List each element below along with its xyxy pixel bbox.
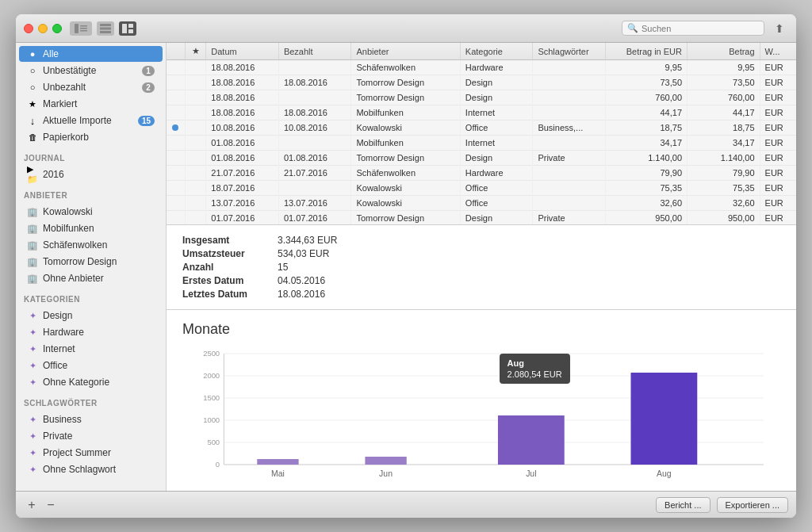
bottom-bar-right: Bericht ... Exportieren ... bbox=[656, 497, 788, 513]
chart-title: Monate bbox=[182, 321, 780, 338]
sidebar-item-ohne-schlagwort[interactable]: ✦ Ohne Schlagwort bbox=[19, 461, 163, 477]
row-kategorie: Design bbox=[460, 211, 533, 226]
row-betrag: 73,50 bbox=[688, 75, 760, 90]
row-anbieter: Mobilfunken bbox=[351, 136, 460, 151]
sidebar-item-ohne-kategorie[interactable]: ✦ Ohne Kategorie bbox=[19, 374, 163, 390]
sidebar-item-schaefenwolken[interactable]: 🏢 Schäfenwolken bbox=[19, 237, 163, 253]
list-view-icon[interactable] bbox=[97, 21, 114, 36]
sidebar-item-project-summer[interactable]: ✦ Project Summer bbox=[19, 445, 163, 461]
bar-jun[interactable] bbox=[365, 457, 406, 465]
col-header-kategorie[interactable]: Kategorie bbox=[460, 43, 533, 60]
row-dot bbox=[167, 196, 185, 211]
sidebar-item-unbezahlt[interactable]: ○ Unbezahlt 2 bbox=[19, 79, 163, 95]
svg-rect-8 bbox=[128, 24, 133, 28]
sidebar-item-business[interactable]: ✦ Business bbox=[19, 411, 163, 427]
sidebar-item-mobilfunken[interactable]: 🏢 Mobilfunken bbox=[19, 220, 163, 236]
sidebar-item-2016[interactable]: ▶ 📁 2016 bbox=[19, 166, 163, 182]
traffic-lights bbox=[24, 24, 62, 33]
bottom-bar: + − Bericht ... Exportieren ... bbox=[16, 491, 796, 518]
row-waehrung: EUR bbox=[760, 136, 796, 151]
row-betrag: 75,35 bbox=[688, 181, 760, 196]
add-button[interactable]: + bbox=[24, 497, 40, 513]
detail-view-icon[interactable] bbox=[119, 21, 136, 36]
col-header-betrag-eur[interactable]: Betrag in EUR bbox=[605, 43, 687, 60]
unbezahlt-badge: 2 bbox=[142, 82, 155, 93]
row-waehrung: EUR bbox=[760, 151, 796, 166]
sidebar-item-ohne-anbieter[interactable]: 🏢 Ohne Anbieter bbox=[19, 270, 163, 286]
stats-value-insgesamt: 3.344,63 EUR bbox=[278, 235, 436, 246]
table-row[interactable]: 21.07.2016 21.07.2016 Schäfenwolken Hard… bbox=[167, 166, 796, 181]
report-button[interactable]: Bericht ... bbox=[656, 497, 710, 513]
table-row[interactable]: 18.07.2016 Kowalowski Office 75,35 75,35… bbox=[167, 181, 796, 196]
row-star bbox=[185, 105, 205, 121]
row-betrag-eur: 18,75 bbox=[605, 121, 687, 136]
maximize-button[interactable] bbox=[52, 24, 62, 33]
row-betrag: 1.140,00 bbox=[688, 151, 760, 166]
papierkorb-icon: 🗑 bbox=[27, 132, 38, 143]
row-waehrung: EUR bbox=[760, 90, 796, 105]
sidebar-item-kowalowski[interactable]: 🏢 Kowalowski bbox=[19, 204, 163, 220]
bar-mai[interactable] bbox=[257, 459, 298, 465]
table-row[interactable]: 10.08.2016 10.08.2016 Kowalowski Office … bbox=[167, 121, 796, 136]
sidebar-item-alle[interactable]: ● Alle bbox=[19, 46, 163, 62]
sidebar-item-office[interactable]: ✦ Office bbox=[19, 358, 163, 373]
col-header-anbieter[interactable]: Anbieter bbox=[351, 43, 460, 60]
export-button[interactable]: Exportieren ... bbox=[717, 497, 788, 513]
row-kategorie: Hardware bbox=[460, 166, 533, 181]
table-row[interactable]: 18.08.2016 Tomorrow Design Design 760,00… bbox=[167, 90, 796, 105]
sidebar-item-design[interactable]: ✦ Design bbox=[19, 308, 163, 323]
search-bar[interactable]: 🔍 bbox=[622, 21, 764, 36]
sidebar-item-tomorrow-design[interactable]: 🏢 Tomorrow Design bbox=[19, 254, 163, 270]
remove-button[interactable]: − bbox=[43, 497, 59, 513]
sidebar-item-private[interactable]: ✦ Private bbox=[19, 428, 163, 444]
table-row[interactable]: 18.08.2016 Schäfenwolken Hardware 9,95 9… bbox=[167, 60, 796, 75]
table-row[interactable]: 18.08.2016 18.08.2016 Tomorrow Design De… bbox=[167, 75, 796, 90]
table-row[interactable]: 01.07.2016 01.07.2016 Tomorrow Design De… bbox=[167, 211, 796, 226]
svg-rect-0 bbox=[75, 24, 79, 33]
row-datum: 21.07.2016 bbox=[206, 166, 279, 181]
row-star bbox=[185, 166, 205, 181]
bar-aug[interactable] bbox=[631, 373, 698, 465]
chart-container: 2500 2000 1500 1000 500 0 bbox=[182, 346, 780, 488]
col-header-bezahlt[interactable]: Bezahlt bbox=[278, 43, 351, 60]
table-row[interactable]: 01.08.2016 01.08.2016 Tomorrow Design De… bbox=[167, 151, 796, 166]
alle-icon: ● bbox=[27, 48, 38, 59]
schlagworter-section-label: SCHLAGWÖRTER bbox=[16, 391, 166, 411]
row-datum: 01.08.2016 bbox=[206, 136, 279, 151]
sidebar-item-aktuelle-importe[interactable]: ↓ Aktuelle Importe 15 bbox=[19, 113, 163, 128]
col-header-star[interactable]: ★ bbox=[185, 43, 205, 60]
col-header-dot[interactable] bbox=[167, 43, 185, 60]
sidebar-label-private: Private bbox=[43, 431, 155, 442]
table-row[interactable]: 01.08.2016 Mobilfunken Internet 34,17 34… bbox=[167, 136, 796, 151]
row-waehrung: EUR bbox=[760, 121, 796, 136]
row-betrag-eur: 950,00 bbox=[605, 211, 687, 226]
minimize-button[interactable] bbox=[38, 24, 48, 33]
sidebar-label-markiert: Markiert bbox=[43, 98, 155, 109]
table-row[interactable]: 13.07.2016 13.07.2016 Kowalowski Office … bbox=[167, 196, 796, 211]
close-button[interactable] bbox=[24, 24, 33, 33]
sidebar-item-papierkorb[interactable]: 🗑 Papierkorb bbox=[19, 129, 163, 145]
row-kategorie: Internet bbox=[460, 136, 533, 151]
sidebar-item-hardware[interactable]: ✦ Hardware bbox=[19, 324, 163, 340]
sidebar-item-markiert[interactable]: ★ Markiert bbox=[19, 96, 163, 112]
sidebar-item-unbestaetigte[interactable]: ○ Unbestätigte 1 bbox=[19, 63, 163, 78]
search-input[interactable] bbox=[642, 24, 753, 33]
col-header-schlagworter[interactable]: Schlagwörter bbox=[533, 43, 606, 60]
sidebar-toggle-icon[interactable] bbox=[70, 21, 92, 36]
svg-rect-3 bbox=[80, 30, 87, 32]
sidebar-item-internet[interactable]: ✦ Internet bbox=[19, 341, 163, 357]
share-button[interactable]: ⬆ bbox=[771, 20, 788, 37]
bar-jul[interactable] bbox=[498, 415, 565, 465]
table-row[interactable]: 18.08.2016 18.08.2016 Mobilfunken Intern… bbox=[167, 105, 796, 121]
ohne-schlagwort-icon: ✦ bbox=[27, 464, 38, 475]
journal-section-label: JOURNAL bbox=[16, 146, 166, 166]
transactions-table-area: ★ Datum Bezahlt Anbieter Kategorie Schla… bbox=[167, 43, 796, 225]
col-header-betrag[interactable]: Betrag bbox=[688, 43, 760, 60]
col-header-datum[interactable]: Datum bbox=[206, 43, 279, 60]
stats-label-erstes-datum: Erstes Datum bbox=[182, 275, 278, 286]
svg-text:Jul: Jul bbox=[526, 469, 536, 478]
row-star bbox=[185, 181, 205, 196]
row-star bbox=[185, 196, 205, 211]
row-schlagworter bbox=[533, 75, 606, 90]
col-header-w[interactable]: W... bbox=[760, 43, 796, 60]
